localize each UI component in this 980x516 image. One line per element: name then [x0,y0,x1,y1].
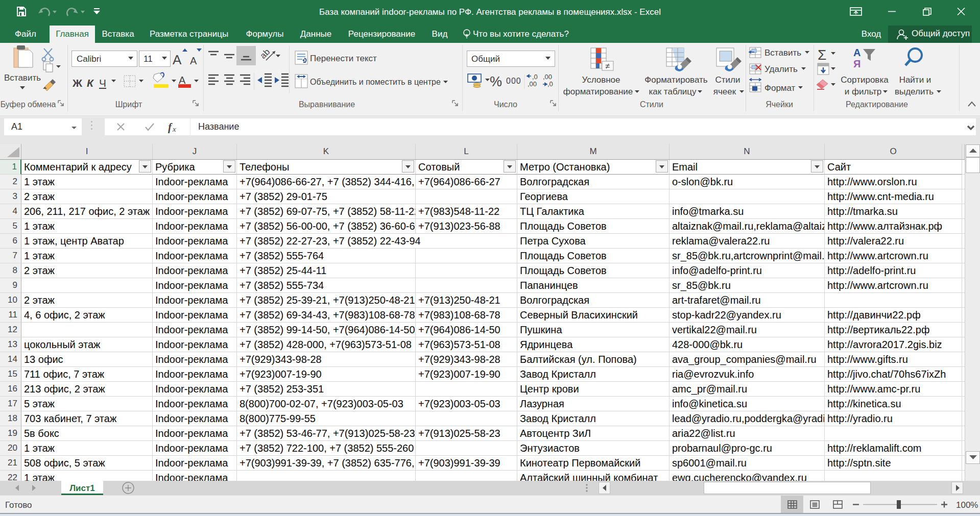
svg-text:11: 11 [144,54,153,64]
svg-text:Ч: Ч [99,77,106,89]
svg-text:Редактирование: Редактирование [846,100,908,109]
svg-text:Ж: Ж [72,77,83,89]
svg-text:Вставить: Вставить [4,73,41,83]
svg-text:Формат: Формат [764,83,796,93]
svg-text:Перенести текст: Перенести текст [310,54,377,63]
svg-text:Ячейки: Ячейки [766,100,793,109]
svg-text:и фильтр: и фильтр [845,87,881,96]
svg-text:Число: Число [494,100,517,109]
svg-text:Удалить: Удалить [764,64,798,74]
svg-text:100%: 100% [956,500,978,510]
svg-text:Вставить: Вставить [764,48,801,58]
svg-text:Условное: Условное [582,75,620,85]
svg-text:Форматировать: Форматировать [644,75,708,85]
svg-text:Готово: Готово [5,500,32,510]
svg-text:x: x [172,125,176,133]
svg-text:как таблицу: как таблицу [649,87,697,96]
svg-text:,00: ,00 [528,80,537,88]
svg-text:ab: ab [258,47,272,61]
svg-text:К: К [87,77,94,89]
svg-text:Стили: Стили [640,100,663,109]
svg-text:Лист1: Лист1 [69,483,95,493]
svg-text:Найти и: Найти и [899,75,931,85]
svg-text:Объединить и поместить в центр: Объединить и поместить в центре [310,78,441,86]
svg-text:≠: ≠ [606,62,610,70]
svg-text:выделить: выделить [895,87,934,96]
svg-text:A: A [173,52,182,67]
svg-text:Σ: Σ [818,47,826,63]
svg-text:%: % [490,74,502,89]
svg-text:Я: Я [853,58,861,69]
svg-text:A: A [190,55,197,66]
svg-text:,0: ,0 [532,73,538,81]
svg-text:Буфер обмена: Буфер обмена [1,100,56,109]
svg-text:форматирование: форматирование [563,87,633,96]
svg-text:Общий: Общий [471,54,500,64]
svg-text:Стили: Стили [715,75,740,85]
svg-text:А: А [179,75,186,86]
svg-text:Выравнивание: Выравнивание [299,100,355,109]
svg-text:Calibri: Calibri [77,54,101,64]
svg-text:Сортировка: Сортировка [841,75,889,85]
svg-text:ячеек: ячеек [713,87,736,96]
svg-text:000: 000 [506,77,521,85]
svg-text:Шрифт: Шрифт [115,100,142,109]
svg-text:,00: ,00 [543,73,552,81]
svg-text:А: А [853,47,861,58]
svg-text:f: f [168,121,173,133]
svg-text:,0: ,0 [547,80,553,88]
